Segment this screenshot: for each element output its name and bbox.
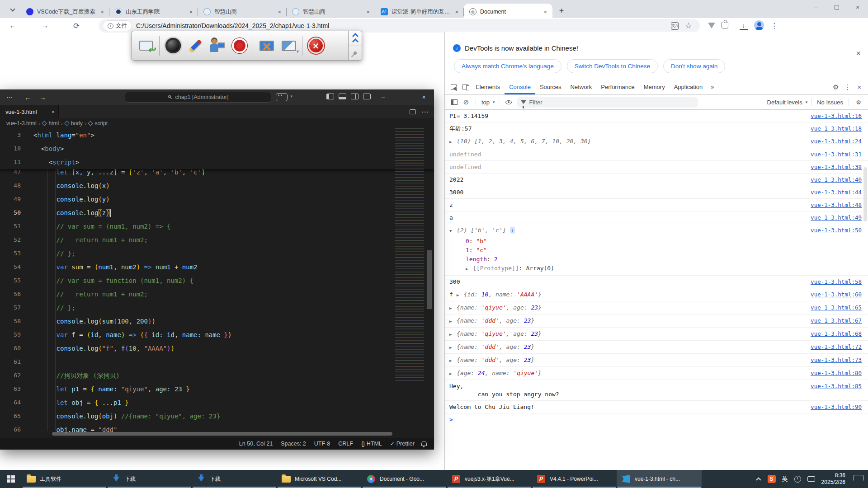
breadcrumb-item-body[interactable]: body (65, 120, 83, 127)
vscode-forward-icon[interactable]: → (39, 94, 46, 101)
code-line-10[interactable]: 10 <body> (0, 142, 434, 155)
close-button[interactable]: × (847, 0, 868, 14)
issues-counter[interactable]: No Issues (817, 99, 843, 106)
source-link[interactable]: vue-1-3.html:40 (811, 176, 862, 184)
notifications-bell-icon[interactable] (421, 441, 427, 446)
source-link[interactable]: vue-1-3.html:67 (811, 317, 862, 325)
code-line-52[interactable]: 52 // return num1 + num2; (0, 233, 434, 247)
taskbar-item[interactable]: 工具软件 (22, 470, 107, 488)
browser-tab[interactable]: 智慧山商× (198, 4, 287, 20)
minimize-button[interactable]: – (806, 0, 826, 14)
chrome-menu-kebab-icon[interactable]: ⋮ (770, 21, 778, 31)
editor-actions-kebab[interactable]: ⋯ (421, 108, 429, 116)
minimap[interactable] (395, 128, 424, 381)
console-filter-input[interactable]: Filter (517, 97, 698, 108)
banner-button[interactable]: Always match Chrome's language (454, 59, 561, 73)
presenter-button[interactable] (206, 34, 228, 57)
tab-close-icon[interactable]: × (542, 9, 549, 15)
taskbar-clock[interactable]: 8:36 2025/2/26 (821, 472, 845, 486)
console-settings-gear-icon[interactable]: ⚙ (853, 99, 864, 106)
status-item[interactable]: Spaces: 2 (277, 441, 310, 447)
vscode-back-icon[interactable]: ← (24, 94, 31, 101)
expand-caret-icon[interactable]: ▼ (449, 227, 457, 235)
source-link[interactable]: vue-1-3.html:16 (811, 112, 862, 120)
expand-caret-icon[interactable]: ▶ (457, 291, 464, 299)
page-info-icon[interactable]: i (108, 23, 113, 29)
expand-caret-icon[interactable]: ▶ (449, 357, 457, 365)
vscode-close-button[interactable]: × (414, 89, 434, 105)
vscode-minimize-button[interactable]: – (373, 89, 393, 105)
device-toolbar-icon[interactable] (459, 80, 471, 94)
source-link[interactable]: vue-1-3.html:18 (811, 125, 862, 133)
code-line-58[interactable]: 58 console.log(sum(100, 200)) (0, 314, 434, 328)
editor-horizontal-scrollbar[interactable] (52, 432, 392, 436)
expand-caret-icon[interactable]: ▶ (449, 343, 457, 352)
expand-caret-icon[interactable]: ▶ (449, 304, 457, 312)
pin-toolbar-button[interactable] (349, 46, 362, 61)
code-line-53[interactable]: 53 // }; (0, 247, 434, 260)
fullscreen-button[interactable] (255, 34, 278, 57)
code-line-60[interactable]: 60 console.log("f", f(10, "AAAA")) (0, 342, 434, 355)
code-line-65[interactable]: 65 console.log(obj) //{name: "qiyue", ag… (0, 409, 434, 423)
profile-avatar[interactable] (754, 20, 764, 32)
code-line-54[interactable]: 54 var sum = (num1, num2) => num1 + num2 (0, 260, 434, 274)
code-line-50[interactable]: 50 console.log(z) (0, 206, 434, 220)
expand-caret-icon[interactable]: ▶ (466, 264, 473, 273)
annotate-pencil-button[interactable] (184, 34, 206, 57)
downloads-icon[interactable]: ↓ (740, 22, 748, 30)
devtools-scrollbar[interactable] (863, 167, 867, 221)
devtools-kebab-icon[interactable]: ⋮ (842, 83, 854, 91)
split-editor-icon[interactable] (410, 109, 416, 114)
clear-console-icon[interactable]: ⊘ (460, 95, 472, 109)
status-item[interactable]: CRLF (334, 441, 357, 447)
source-link[interactable]: vue-1-3.html:90 (811, 403, 862, 411)
tab-close-icon[interactable]: × (187, 9, 194, 15)
sogou-input-icon[interactable]: S (768, 475, 776, 483)
reload-button[interactable]: ⟳ (70, 21, 83, 31)
status-item[interactable]: Ln 50, Col 21 (235, 441, 277, 447)
customize-layout-icon[interactable] (363, 94, 371, 99)
code-line-59[interactable]: 59 var f = (id, name) => ({ id: id, name… (0, 328, 434, 342)
tab-close-icon[interactable]: × (364, 9, 372, 15)
console-sidebar-icon[interactable] (448, 95, 460, 109)
copilot-icon[interactable] (276, 93, 288, 101)
code-editor[interactable]: 3<html lang="en">10 <body>11 <script> 47… (0, 128, 434, 437)
source-link[interactable]: vue-1-3.html:60 (811, 291, 862, 299)
browser-tab[interactable]: ◍Document× (464, 4, 552, 20)
inspect-element-icon[interactable] (448, 80, 459, 94)
editor-tab-close-icon[interactable]: × (52, 109, 55, 115)
breadcrumb-item-html[interactable]: html (42, 120, 59, 127)
expand-caret-icon[interactable]: ▶ (449, 370, 457, 378)
expand-caret-icon[interactable]: ▶ (449, 330, 457, 338)
code-line-57[interactable]: 57 // }; (0, 301, 434, 314)
new-tab-button[interactable]: + (555, 5, 568, 17)
code-line-51[interactable]: 51 // var sum = (num1, num2) => { (0, 220, 434, 233)
hidden-icons-chevron[interactable] (756, 477, 761, 482)
open-window-button[interactable] (135, 34, 157, 57)
code-line-11[interactable]: 11 <script> (0, 155, 434, 169)
source-link[interactable]: vue-1-3.html:58 (811, 278, 862, 286)
collapse-toolbar-button[interactable] (349, 31, 362, 46)
devtools-tab-network[interactable]: Network (566, 80, 597, 94)
toggle-sidebar-icon[interactable] (326, 94, 334, 99)
code-line-3[interactable]: 3<html lang="en"> (0, 128, 434, 142)
code-line-48[interactable]: 48 console.log(x) (0, 179, 434, 192)
status-item[interactable]: {} HTML (357, 441, 386, 447)
editor-scrollbar[interactable] (427, 128, 432, 437)
devtools-close-icon[interactable]: × (854, 83, 865, 91)
maximize-button[interactable] (826, 0, 847, 14)
taskbar-item[interactable]: Microsoft VS Cod... (277, 470, 362, 488)
devtools-tab-performance[interactable]: Performance (596, 80, 639, 94)
tab-close-icon[interactable]: × (276, 9, 283, 15)
source-link[interactable]: vue-1-3.html:68 (811, 330, 862, 338)
code-line-56[interactable]: 56 // return num1 + num2; (0, 287, 434, 301)
banner-button[interactable]: Don't show again (663, 59, 725, 73)
region-select-button[interactable]: ▾ (278, 34, 300, 57)
taskbar-item[interactable]: 下载 (107, 470, 192, 488)
taskbar-item[interactable]: PV4.4.1 - PowerPoi... (532, 470, 617, 488)
vscode-command-center[interactable]: 🔍︎ chap1 [Administrator] (125, 92, 271, 103)
editor-tab-vue-1-3[interactable]: vue-1-3.html × (0, 105, 59, 118)
start-button[interactable] (0, 470, 22, 488)
source-link[interactable]: vue-1-3.html:48 (811, 201, 862, 209)
expand-caret-icon[interactable]: ▶ (449, 138, 457, 146)
